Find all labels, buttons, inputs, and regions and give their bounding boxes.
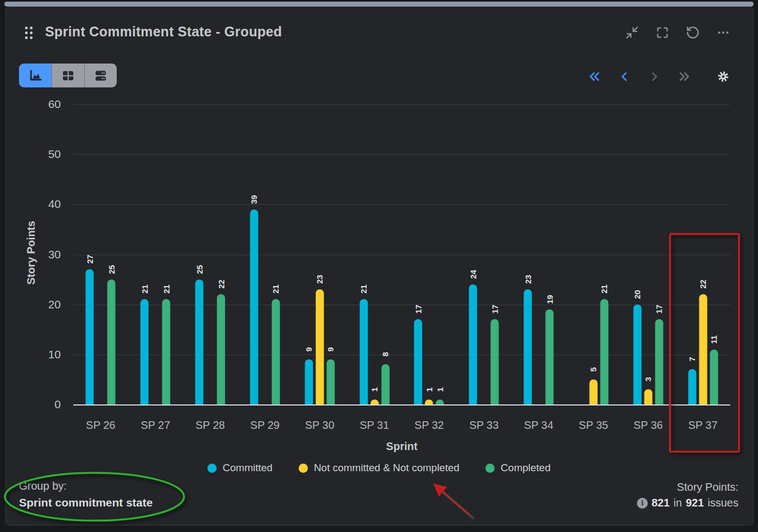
- x-tick-label: SP 31: [347, 419, 402, 432]
- legend-item[interactable]: Committed: [207, 462, 273, 474]
- dashboard-widget: Sprint Commitment State - Grouped: [0, 0, 758, 532]
- bar[interactable]: [162, 299, 170, 404]
- bar[interactable]: [436, 400, 444, 404]
- group-by-value: Sprint commitment state: [19, 496, 153, 509]
- collapse-button[interactable]: [625, 26, 639, 40]
- chevron-right-icon: [647, 69, 661, 84]
- chart-view-button[interactable]: [19, 64, 52, 87]
- bar[interactable]: [271, 299, 280, 404]
- chevrons-right-icon: [677, 69, 691, 84]
- view-toggle-group: [19, 64, 117, 87]
- bar-value-label: 1: [425, 387, 434, 391]
- bar-value-label: 17: [414, 305, 423, 314]
- x-tick-label: SP 30: [292, 419, 347, 432]
- bar-value-label: 22: [698, 280, 708, 289]
- bar-value-label: 11: [709, 335, 718, 344]
- bar-value-label: 27: [85, 255, 94, 264]
- bar[interactable]: [381, 364, 389, 404]
- bar[interactable]: [108, 280, 116, 404]
- list-view-button[interactable]: [84, 64, 117, 87]
- y-axis: 0102030405060: [22, 104, 61, 404]
- gear-icon: [716, 69, 730, 84]
- bar[interactable]: [546, 309, 554, 404]
- bar[interactable]: [326, 359, 334, 404]
- y-tick-label: 50: [22, 148, 61, 161]
- chart-legend: CommittedNot committed & Not completedCo…: [0, 462, 758, 474]
- y-tick-label: 10: [22, 348, 61, 361]
- previous-page-button[interactable]: [617, 69, 631, 84]
- legend-dot-icon: [485, 464, 495, 473]
- bar-value-label: 1: [435, 387, 445, 391]
- bar-value-label: 20: [633, 290, 642, 299]
- group-by-label: Group by:: [19, 480, 153, 492]
- legend-item[interactable]: Completed: [485, 462, 551, 474]
- legend-dot-icon: [299, 464, 308, 473]
- settings-button[interactable]: [716, 69, 730, 84]
- chevron-left-icon: [617, 69, 631, 84]
- bar-value-label: 23: [523, 275, 533, 284]
- x-tick-label: SP 35: [566, 419, 621, 432]
- bar[interactable]: [425, 400, 433, 404]
- stats-suffix: issues: [708, 497, 738, 509]
- bar-group: 1711: [402, 104, 457, 404]
- more-options-button[interactable]: [716, 26, 730, 40]
- drag-handle-icon[interactable]: [25, 27, 33, 39]
- y-tick-label: 20: [22, 298, 61, 311]
- bar-value-label: 22: [217, 280, 226, 289]
- fullscreen-button[interactable]: [655, 26, 669, 40]
- bar-value-label: 9: [326, 347, 335, 351]
- bar-value-label: 1: [370, 387, 379, 391]
- bar[interactable]: [633, 305, 641, 404]
- legend-label: Committed: [223, 462, 273, 474]
- bar-value-label: 17: [490, 305, 500, 314]
- legend-item[interactable]: Not committed & Not completed: [299, 462, 459, 474]
- bar-value-label: 7: [687, 357, 697, 362]
- bar[interactable]: [359, 299, 368, 404]
- bar[interactable]: [469, 284, 477, 404]
- bar[interactable]: [524, 289, 532, 404]
- bar-value-label: 21: [359, 285, 368, 294]
- bar-group: 521: [566, 104, 621, 404]
- bar[interactable]: [589, 379, 597, 404]
- bar[interactable]: [141, 299, 149, 404]
- y-tick-label: 30: [22, 248, 61, 261]
- next-page-button[interactable]: [647, 69, 661, 84]
- x-tick-label: SP 33: [457, 419, 511, 432]
- bar-value-label: 25: [107, 265, 116, 274]
- issues-count: 921: [686, 497, 704, 509]
- bar-value-label: 39: [249, 195, 258, 204]
- bar[interactable]: [195, 280, 204, 404]
- bar[interactable]: [86, 269, 94, 404]
- x-tick-label: SP 26: [73, 419, 128, 432]
- bar[interactable]: [414, 319, 422, 404]
- bar[interactable]: [217, 294, 225, 404]
- info-icon[interactable]: i: [637, 498, 648, 509]
- bar[interactable]: [699, 294, 707, 404]
- bar[interactable]: [250, 210, 258, 404]
- table-view-button[interactable]: [52, 64, 84, 87]
- x-tick-label: SP 36: [621, 419, 675, 432]
- x-tick-label: SP 27: [128, 419, 183, 432]
- bar[interactable]: [491, 319, 499, 404]
- x-axis: SP 26SP 27SP 28SP 29SP 30SP 31SP 32SP 33…: [73, 419, 730, 432]
- bar-group: 72211: [675, 104, 730, 404]
- bar[interactable]: [315, 289, 324, 404]
- bar[interactable]: [644, 389, 652, 404]
- first-page-button[interactable]: [588, 69, 602, 84]
- table-icon: [61, 68, 75, 83]
- bar[interactable]: [688, 369, 696, 404]
- bar[interactable]: [710, 350, 718, 404]
- bar-group: 2319: [511, 104, 566, 404]
- bar[interactable]: [305, 359, 313, 404]
- bar-value-label: 21: [140, 285, 149, 294]
- story-points-summary: Story Points: i 821 in 921 issues: [637, 481, 738, 509]
- last-page-button[interactable]: [677, 69, 691, 84]
- refresh-icon: [686, 26, 700, 40]
- bar[interactable]: [600, 299, 608, 404]
- x-tick-label: SP 34: [511, 419, 566, 432]
- bar[interactable]: [370, 400, 378, 404]
- bar[interactable]: [655, 319, 663, 404]
- bar-value-label: 17: [654, 305, 664, 314]
- bar-value-label: 21: [271, 285, 280, 294]
- refresh-button[interactable]: [686, 26, 700, 40]
